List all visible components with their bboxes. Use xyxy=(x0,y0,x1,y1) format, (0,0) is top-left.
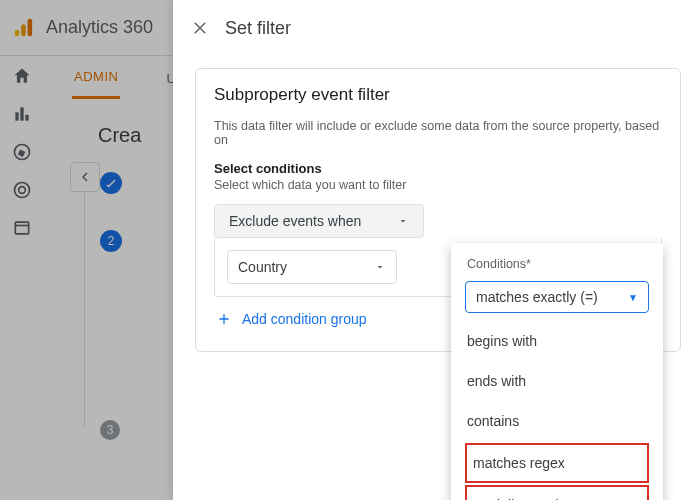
select-conditions-help: Select which data you want to filter xyxy=(214,178,662,192)
option-ends-with[interactable]: ends with xyxy=(451,361,663,401)
conditions-label: Conditions* xyxy=(451,257,663,281)
conditions-popover: Conditions* matches exactly (=) ▼ begins… xyxy=(451,243,663,500)
filter-mode-value: Exclude events when xyxy=(229,213,361,229)
conditions-selected-value: matches exactly (=) xyxy=(476,289,598,305)
option-begins-with[interactable]: begins with xyxy=(451,321,663,361)
card-title: Subproperty event filter xyxy=(214,85,662,105)
conditions-select[interactable]: matches exactly (=) ▼ xyxy=(465,281,649,313)
option-contains[interactable]: contains xyxy=(451,401,663,441)
triangle-down-icon: ▼ xyxy=(628,292,638,303)
plus-icon xyxy=(216,311,232,327)
chevron-down-icon xyxy=(397,215,409,227)
close-icon[interactable] xyxy=(187,15,213,41)
card-description: This data filter will include or exclude… xyxy=(214,119,662,147)
dimension-value: Country xyxy=(238,259,287,275)
chevron-down-icon xyxy=(374,261,386,273)
filter-mode-dropdown[interactable]: Exclude events when xyxy=(214,204,424,238)
add-condition-group-label: Add condition group xyxy=(242,311,367,327)
select-conditions-label: Select conditions xyxy=(214,161,662,176)
dimension-dropdown[interactable]: Country xyxy=(227,250,397,284)
panel-title: Set filter xyxy=(225,18,291,39)
option-partially-matches-regex[interactable]: partially matches regex xyxy=(465,485,649,500)
option-matches-regex[interactable]: matches regex xyxy=(465,443,649,483)
